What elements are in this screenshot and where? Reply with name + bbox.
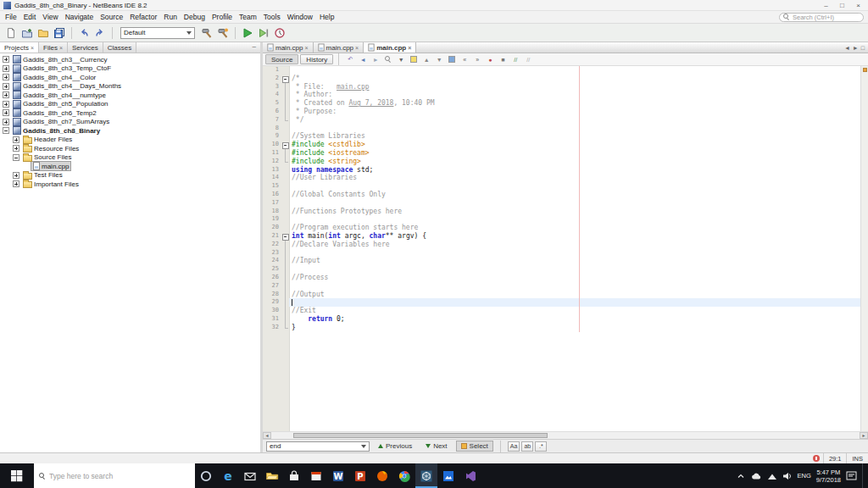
panel-tab-files[interactable]: Files× (39, 42, 68, 53)
taskbar-cortana[interactable] (195, 463, 217, 488)
editor-tab-2[interactable]: main.cpp× (314, 42, 364, 53)
shift-line-left-button[interactable]: « (459, 54, 470, 64)
minimize-panel-button[interactable]: – (248, 42, 260, 53)
tree-item-gaddis-8th-ch7-sumarrays[interactable]: Gaddis_8th_ch7_SumArrays (0, 118, 260, 127)
show-desktop-button[interactable] (862, 463, 865, 488)
taskbar-chrome[interactable] (393, 463, 415, 488)
expand-icon[interactable] (3, 109, 9, 116)
toolbar-debug-project-button[interactable] (256, 25, 271, 41)
menu-profile[interactable]: Profile (209, 12, 236, 22)
tray-expand-icon[interactable] (737, 472, 745, 480)
toolbar-redo-button[interactable] (92, 25, 108, 41)
expand-icon[interactable] (13, 172, 19, 179)
scrollbar-thumb[interactable] (293, 433, 548, 438)
horizontal-scrollbar[interactable]: ◄ ► (263, 431, 868, 439)
action-center-icon[interactable] (846, 471, 857, 480)
maximize-button[interactable]: □ (836, 1, 849, 10)
toolbar-open-project-button[interactable] (36, 25, 51, 41)
toolbar-save-all-button[interactable] (52, 25, 67, 41)
find-previous-button[interactable]: Previous (373, 441, 417, 452)
expand-icon[interactable] (3, 92, 9, 98)
comment-lines-button[interactable]: // (509, 54, 521, 64)
volume-icon[interactable] (782, 472, 793, 480)
history-view-button[interactable]: History (300, 54, 333, 64)
tree-item-gaddis-8th-ch3-temp-ctof[interactable]: Gaddis_8th_ch3_Temp_CtoF (0, 64, 260, 74)
error-stripe[interactable] (860, 66, 868, 431)
configuration-select[interactable]: Default (120, 27, 195, 39)
toolbar-undo-button[interactable] (76, 25, 92, 41)
taskbar-calendar[interactable] (305, 463, 327, 488)
language-indicator[interactable]: ENG (798, 472, 811, 480)
toolbar-new-project-button[interactable] (19, 25, 35, 41)
close-icon[interactable]: × (408, 45, 411, 51)
tree-item-source-files[interactable]: Source Files (0, 153, 260, 163)
taskbar-powerpoint[interactable]: P (349, 463, 371, 488)
start-button[interactable] (0, 463, 34, 488)
taskbar-mail[interactable] (239, 463, 261, 488)
taskbar-firefox[interactable] (371, 463, 393, 488)
scroll-tabs-left-button[interactable]: ◄ (844, 45, 850, 51)
source-view-button[interactable]: Source (265, 54, 298, 64)
toolbar-clean-build-project-button[interactable] (215, 25, 231, 41)
tree-item-gaddis-8th-ch4-days-months[interactable]: Gaddis_8th_ch4__Days_Months (0, 82, 260, 92)
taskbar-visual-studio[interactable] (459, 463, 481, 488)
stop-macro-recording-button[interactable]: ■ (497, 54, 509, 64)
tree-item-gaddis-8th-ch4-color[interactable]: Gaddis_8th_ch4__Color (0, 73, 260, 82)
scroll-left-button[interactable]: ◄ (263, 432, 271, 439)
start-macro-recording-button[interactable]: ● (484, 54, 496, 64)
menu-window[interactable]: Window (284, 12, 316, 22)
toggle-bookmark-button[interactable] (446, 54, 458, 64)
toolbar-profile-project-button[interactable] (272, 25, 287, 41)
expand-icon[interactable] (13, 180, 19, 187)
collapse-icon[interactable] (13, 154, 19, 161)
close-icon[interactable]: × (304, 45, 308, 51)
code-editor[interactable]: 12/*3 * File: main.cpp4 * Author:5 * Cre… (263, 66, 860, 431)
editor-tab-3[interactable]: main.cpp× (364, 42, 416, 53)
expand-icon[interactable] (13, 136, 19, 143)
panel-tab-projects[interactable]: Projects× (0, 42, 39, 53)
expand-icon[interactable] (3, 101, 9, 108)
shift-line-right-button[interactable]: » (471, 54, 483, 64)
tree-item-resource-files[interactable]: Resource Files (0, 144, 260, 153)
close-icon[interactable]: × (31, 45, 34, 51)
menu-edit[interactable]: Edit (20, 12, 40, 22)
close-icon[interactable]: × (59, 45, 63, 51)
expand-icon[interactable] (3, 83, 9, 90)
expand-icon[interactable] (3, 56, 9, 63)
expand-icon[interactable] (13, 145, 19, 152)
taskbar-photos[interactable] (437, 463, 459, 488)
back-button[interactable]: ◄ (357, 54, 369, 64)
tree-item-gaddis-8th-ch8-binary[interactable]: Gaddis_8th_ch8_Binary (0, 126, 260, 136)
menu-navigate[interactable]: Navigate (62, 12, 97, 22)
find-next-occurrence-button[interactable]: ▼ (395, 54, 407, 64)
forward-button[interactable]: ► (370, 54, 381, 64)
uncomment-lines-button[interactable]: // (522, 54, 534, 64)
previous-bookmark-button[interactable]: ▲ (420, 54, 432, 64)
menu-view[interactable]: View (39, 12, 61, 22)
menu-help[interactable]: Help (316, 12, 337, 22)
tree-item-test-files[interactable]: Test Files (0, 171, 260, 180)
expand-icon[interactable] (3, 65, 9, 72)
taskbar-netbeans[interactable] (415, 463, 437, 488)
tree-item-header-files[interactable]: Header Files (0, 136, 260, 145)
scroll-tabs-right-button[interactable]: ► (853, 45, 859, 51)
tree-item-main.cpp[interactable]: main.cpp (0, 162, 260, 171)
taskbar-edge[interactable]: e (217, 463, 239, 488)
menu-debug[interactable]: Debug (181, 12, 209, 22)
find-next-button[interactable]: Next (420, 441, 452, 452)
expand-icon[interactable] (3, 74, 9, 80)
menu-tools[interactable]: Tools (260, 12, 284, 22)
toolbar-run-project-button[interactable] (240, 25, 255, 41)
find-selection-button[interactable] (382, 54, 394, 64)
network-icon[interactable] (767, 472, 777, 480)
tree-item-gaddis-8th-ch5-population[interactable]: Gaddis_8th_ch5_Population (0, 100, 260, 109)
close-icon[interactable]: × (355, 45, 359, 51)
close-button[interactable]: × (852, 1, 865, 10)
editor-tab-1[interactable]: main.cpp× (263, 42, 314, 53)
whole-words-toggle[interactable]: ab (521, 441, 533, 452)
toggle-highlight-search-button[interactable] (408, 54, 420, 64)
fold-marker[interactable] (281, 141, 289, 149)
taskbar-search[interactable] (34, 463, 195, 488)
find-query-combo[interactable] (266, 441, 370, 452)
taskbar-search-input[interactable] (49, 472, 176, 480)
